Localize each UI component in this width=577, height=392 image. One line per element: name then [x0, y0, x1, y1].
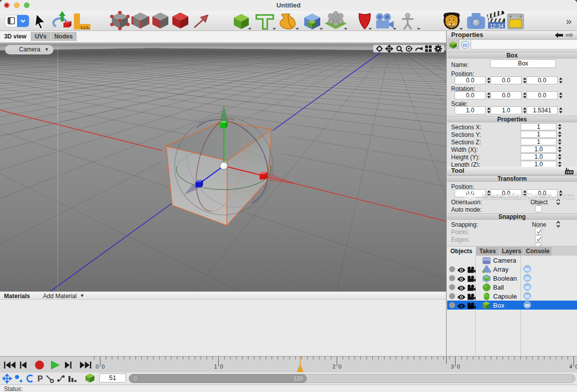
svg-text:12:34: 12:34: [490, 23, 504, 29]
svg-text:P: P: [37, 375, 43, 383]
svg-text:2: 2: [332, 364, 335, 370]
svg-text:1: 1: [214, 364, 217, 370]
svg-text:0: 0: [457, 364, 460, 370]
svg-text:0: 0: [102, 364, 105, 370]
svg-text:3: 3: [451, 364, 454, 370]
svg-text:»: »: [566, 15, 572, 26]
svg-text:M: M: [467, 192, 474, 200]
svg-text:www.MacDown.com: www.MacDown.com: [482, 191, 575, 202]
svg-text:4: 4: [569, 364, 572, 370]
svg-text:0: 0: [339, 364, 342, 370]
svg-text:0: 0: [576, 364, 577, 370]
svg-text:0: 0: [95, 364, 98, 370]
svg-text:0: 0: [220, 364, 223, 370]
